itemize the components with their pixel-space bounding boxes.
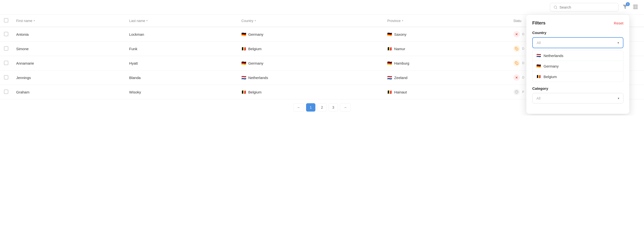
next-page-button[interactable]: → [340,103,351,112]
province-name: Zeeland [394,76,407,80]
status-label: P [522,90,524,94]
filters-reset-button[interactable]: Reset [614,21,624,25]
row-checkbox[interactable] [4,90,8,94]
select-all-checkbox[interactable] [4,18,8,22]
cell-country: 🇩🇪 Germany [238,56,383,70]
country-filter-options: 🇳🇱 Netherlands 🇩🇪 Germany 🇧🇪 Belgium [532,50,624,82]
cell-lastname: Funk [125,42,238,56]
status-icon [514,60,520,66]
cell-country: 🇩🇪 Germany [238,27,383,42]
page-1-button[interactable]: 1 [306,103,316,112]
cell-province: 🇳🇱 Zeeland [383,70,509,85]
province-flag-icon: 🇩🇪 [387,61,392,66]
status-icon [514,74,520,81]
country-flag-icon: 🇩🇪 [242,61,246,66]
country-name: Germany [248,32,264,36]
svg-point-0 [554,6,557,8]
cell-lastname: Hyatt [125,56,238,70]
cell-firstname: Annamarie [12,56,125,70]
row-checkbox-cell[interactable] [0,56,12,70]
filters-header: Filters Reset [532,20,624,26]
row-checkbox[interactable] [4,61,8,65]
country-name: Germany [248,61,264,65]
cell-firstname: Jennings [12,70,125,85]
netherlands-flag-icon: 🇳🇱 [536,53,541,58]
page-2-button[interactable]: 2 [317,103,327,112]
category-select-chevron-icon: ▾ [618,97,619,100]
row-checkbox-cell[interactable] [0,42,12,56]
country-name: Belgium [248,47,262,51]
filters-panel: Filters Reset Country All ▾ 🇳🇱 Netherlan… [526,15,629,114]
lastname-sort-icon: ▾ [146,19,148,22]
svg-rect-5 [636,5,638,9]
province-name: Hainaut [394,90,407,94]
filters-title: Filters [532,20,546,26]
category-filter-select[interactable]: All ▾ [532,93,624,103]
row-checkbox[interactable] [4,32,8,36]
country-filter-select[interactable]: All ▾ [532,37,624,48]
columns-icon [633,4,638,9]
status-icon [514,45,520,52]
province-flag-icon: 🇳🇱 [387,75,392,80]
country-name: Netherlands [248,76,268,80]
country-filter-section: Country All ▾ 🇳🇱 Netherlands 🇩🇪 Germany … [532,30,624,82]
filter-option-germany[interactable]: 🇩🇪 Germany [532,61,623,71]
cell-province: 🇧🇪 Namur [383,42,509,56]
country-select-value: All [537,41,541,45]
filter-badge: 0 [626,2,630,6]
country-sort-icon: ▾ [254,19,256,22]
germany-flag-icon: 🇩🇪 [536,64,541,68]
top-bar: 0 [0,0,644,15]
row-checkbox[interactable] [4,75,8,79]
prev-page-button[interactable]: ← [293,103,304,112]
cell-province: 🇧🇪 Hainaut [383,85,509,99]
cell-lastname: Wisoky [125,85,238,99]
cell-province: 🇩🇪 Saxony [383,27,509,42]
filter-button[interactable]: 0 [622,3,629,11]
cell-firstname: Graham [12,85,125,99]
firstname-sort-icon: ▾ [34,19,35,22]
columns-button[interactable] [632,3,639,11]
cell-province: 🇩🇪 Hamburg [383,56,509,70]
province-name: Hamburg [394,61,409,65]
belgium-flag-icon: 🇧🇪 [536,74,541,79]
country-flag-icon: 🇩🇪 [242,32,246,37]
row-checkbox[interactable] [4,46,8,51]
col-province[interactable]: Province ▾ [383,15,509,27]
filter-option-netherlands[interactable]: 🇳🇱 Netherlands [532,50,623,61]
cell-lastname: Blanda [125,70,238,85]
status-label: D [522,61,524,65]
row-checkbox-cell[interactable] [0,27,12,42]
status-icon [514,89,520,95]
status-icon [514,31,520,37]
search-input[interactable] [560,5,615,9]
row-checkbox-cell[interactable] [0,85,12,99]
country-select-chevron-icon: ▾ [618,41,619,44]
filter-option-belgium[interactable]: 🇧🇪 Belgium [532,71,623,82]
page-3-button[interactable]: 3 [328,103,338,112]
col-country[interactable]: Country ▾ [238,15,383,27]
row-checkbox-cell[interactable] [0,70,12,85]
province-sort-icon: ▾ [402,19,403,22]
status-label: D [522,32,524,36]
province-name: Namur [394,47,405,51]
search-icon [554,5,558,9]
cell-country: 🇧🇪 Belgium [238,42,383,56]
status-label: D [522,47,524,50]
category-filter-label: Category [532,86,624,90]
country-flag-icon: 🇧🇪 [242,46,246,51]
col-lastname[interactable]: Last name ▾ [125,15,238,27]
province-flag-icon: 🇩🇪 [387,32,392,37]
cell-country: 🇳🇱 Netherlands [238,70,383,85]
cell-firstname: Antonia [12,27,125,42]
svg-rect-4 [635,5,636,9]
svg-rect-3 [634,5,635,9]
status-label: D [522,76,524,79]
search-box[interactable] [550,3,618,11]
col-firstname[interactable]: First name ▾ [12,15,125,27]
select-all-header[interactable] [0,15,12,27]
svg-rect-8 [516,48,518,50]
province-flag-icon: 🇧🇪 [387,46,392,51]
cell-lastname: Lockman [125,27,238,42]
country-flag-icon: 🇳🇱 [242,75,246,80]
